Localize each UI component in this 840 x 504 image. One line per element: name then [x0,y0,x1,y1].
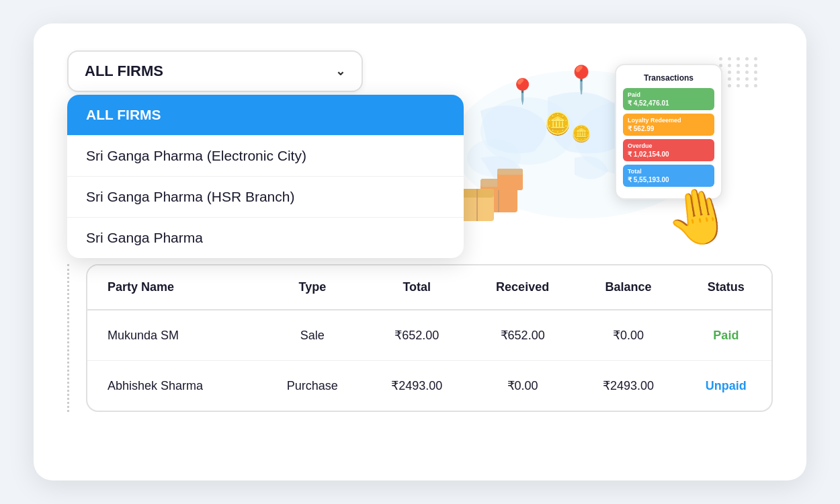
hand-icon: 🤚 [661,180,738,254]
cell-party-name-2: Abhishek Sharma [87,361,260,411]
phone-row-paid: Paid ₹ 4,52,476.01 [623,88,714,110]
status-badge-paid: Paid [713,329,739,342]
status-badge-unpaid: Unpaid [706,379,747,392]
col-type: Type [260,265,364,310]
illustration-container: 📍 📍 📍 📍 [440,57,722,232]
table-row: Mukunda SM Sale ₹652.00 ₹652.00 ₹0.00 Pa… [87,310,771,361]
dots-decoration [719,57,759,87]
cell-received-1: ₹652.00 [469,310,576,361]
phone-paid-value: ₹ 4,52,476.01 [628,99,710,107]
phone-overdue-label: Overdue [628,142,710,149]
table-section: Party Name Type Total Received Balance S… [86,264,773,412]
phone-overdue-value: ₹ 1,02,154.00 [628,151,710,158]
col-received: Received [469,265,576,310]
dropdown-item-hsr[interactable]: Sri Ganga Pharma (HSR Branch) [67,177,464,217]
main-card: ALL FIRMS ⌄ ALL FIRMS Sri Ganga Pharma (… [34,24,806,480]
dropdown-item-ec[interactable]: Sri Ganga Pharma (Electronic City) [67,136,464,176]
table-header-row: Party Name Type Total Received Balance S… [87,265,771,310]
cell-status-2: Unpaid [681,361,771,411]
table-row: Abhishek Sharma Purchase ₹2493.00 ₹0.00 … [87,361,771,411]
dropdown-item-all[interactable]: ALL FIRMS [67,95,464,135]
cell-balance-2: ₹2493.00 [576,361,680,411]
phone-total-label: Total [628,168,710,175]
cell-received-2: ₹0.00 [469,361,576,411]
cell-type-2: Purchase [260,361,364,411]
col-balance: Balance [576,265,680,310]
phone-mockup: Transactions Paid ₹ 4,52,476.01 Loyalty … [615,64,722,200]
firm-dropdown-trigger[interactable]: ALL FIRMS ⌄ [67,50,363,92]
box-stack [454,159,541,228]
col-total: Total [365,265,469,310]
phone-row-total: Total ₹ 5,55,193.00 [623,165,714,187]
cell-total-1: ₹652.00 [365,310,469,361]
table-section-outer: Party Name Type Total Received Balance S… [67,264,773,412]
phone-loyalty-value: ₹ 562.99 [628,125,710,132]
phone-paid-label: Paid [628,91,710,98]
phone-row-loyalty: Loyalty Redeemed ₹ 562.99 [623,114,714,136]
chevron-down-icon: ⌄ [335,64,345,79]
boxes-icon [454,159,541,226]
cell-status-1: Paid [681,310,771,361]
firm-dropdown-list: ALL FIRMS Sri Ganga Pharma (Electronic C… [67,95,464,258]
cell-type-1: Sale [260,310,364,361]
phone-row-overdue: Overdue ₹ 1,02,154.00 [623,139,714,161]
cell-party-name-1: Mukunda SM [87,310,260,361]
dropdown-selected-label: ALL FIRMS [85,62,163,80]
table-wrapper: Party Name Type Total Received Balance S… [86,264,773,412]
coin-icon-1: 🪙 [544,111,571,136]
firm-dropdown-area: ALL FIRMS ⌄ ALL FIRMS Sri Ganga Pharma (… [67,50,363,92]
phone-total-value: ₹ 5,55,193.00 [628,176,710,183]
cell-total-2: ₹2493.00 [365,361,469,411]
col-party-name: Party Name [87,265,260,310]
phone-loyalty-label: Loyalty Redeemed [628,117,710,124]
coin-icon-2: 🪙 [571,124,591,143]
map-pin-2: 📍 [564,64,598,95]
transactions-table: Party Name Type Total Received Balance S… [87,265,771,411]
phone-card-title: Transactions [623,73,714,83]
cell-balance-1: ₹0.00 [576,310,680,361]
top-section: ALL FIRMS ⌄ ALL FIRMS Sri Ganga Pharma (… [67,50,773,239]
dropdown-item-main[interactable]: Sri Ganga Pharma [67,218,464,258]
map-pin-1: 📍 [507,77,538,106]
col-status: Status [681,265,771,310]
svg-rect-12 [497,169,523,175]
dotted-border-left [67,264,79,412]
